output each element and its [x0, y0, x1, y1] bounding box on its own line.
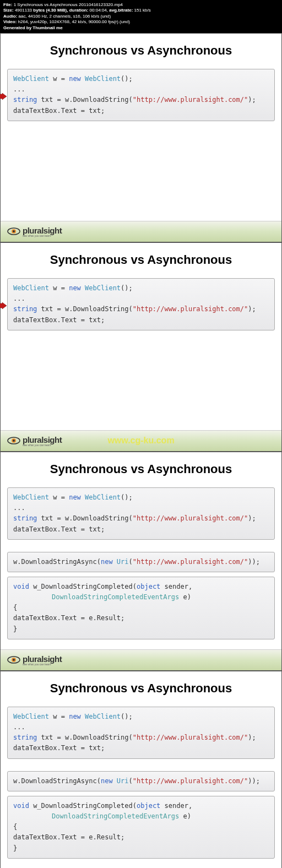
- eye-icon: [7, 227, 20, 235]
- code-block-async-handler: void w_DownloadStringCompleted(object se…: [7, 796, 275, 859]
- eye-icon: [7, 656, 20, 664]
- logo-footer: pluralsightsee what you can learn: [1, 221, 281, 242]
- code-block-sync: WebClient w = new WebClient(); ... strin…: [7, 707, 275, 759]
- slide-2: Synchronous vs Asynchronous WebClient w …: [0, 242, 282, 452]
- code-block-sync: WebClient w = new WebClient(); ... strin…: [7, 487, 275, 540]
- svg-point-7: [13, 440, 15, 442]
- eye-icon: [7, 437, 20, 444]
- svg-point-10: [13, 659, 15, 661]
- slide-title: Synchronous vs Asynchronous: [7, 462, 275, 476]
- slide-title: Synchronous vs Asynchronous: [7, 681, 275, 696]
- code-block-async-call: w.DownloadStringAsync(new Uri("http://ww…: [7, 552, 275, 572]
- slide-title: Synchronous vs Asynchronous: [7, 253, 275, 267]
- logo-footer: pluralsightsee what you can learn www.cg…: [1, 430, 281, 451]
- slide-title: Synchronous vs Asynchronous: [7, 44, 275, 58]
- slide-4: Synchronous vs Asynchronous WebClient w …: [0, 671, 282, 868]
- svg-marker-4: [0, 302, 7, 309]
- svg-point-3: [13, 230, 15, 232]
- code-block-sync: WebClient w = new WebClient(); ... strin…: [7, 69, 275, 121]
- slide-1: Synchronous vs Asynchronous WebClient w …: [0, 33, 282, 242]
- logo-footer: pluralsightsee what you can learn: [1, 649, 281, 670]
- arrow-icon: [0, 93, 7, 99]
- svg-marker-0: [0, 93, 7, 100]
- code-block-async-call: w.DownloadStringAsync(new Uri("http://ww…: [7, 771, 275, 791]
- code-block-sync: WebClient w = new WebClient(); ... strin…: [7, 278, 275, 330]
- code-block-async-handler: void w_DownloadStringCompleted(object se…: [7, 577, 275, 639]
- watermark-text: www.cg-ku.com: [107, 436, 174, 446]
- arrow-icon: [0, 302, 7, 308]
- slide-3: Synchronous vs Asynchronous WebClient w …: [0, 452, 282, 671]
- metadata-header: File: 1 Synchronous vs Asynchronous 2011…: [0, 0, 282, 33]
